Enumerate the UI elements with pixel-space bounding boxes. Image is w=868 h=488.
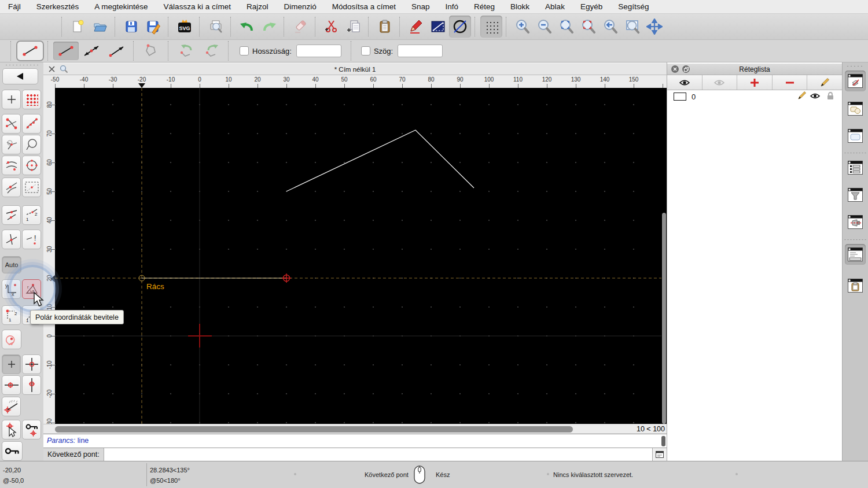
undo-segment-tool[interactable] <box>174 42 199 60</box>
zoom-back-button[interactable] <box>599 16 621 38</box>
menu-item[interactable]: Blokk <box>510 2 529 11</box>
restrict-horizontal-button[interactable] <box>2 375 21 395</box>
edit-layer-button[interactable] <box>807 75 842 90</box>
set-relative-zero-button[interactable] <box>2 420 21 439</box>
paste-button[interactable] <box>374 16 396 38</box>
polyline-tool[interactable] <box>139 42 164 60</box>
show-all-layers-button[interactable] <box>667 75 703 90</box>
grid-toggle-button[interactable] <box>480 16 502 38</box>
angle-checkbox[interactable] <box>361 46 370 56</box>
add-layer-button[interactable] <box>737 75 773 90</box>
vertical-scrollbar-thumb[interactable] <box>662 213 666 424</box>
snap-endpoint-button[interactable] <box>2 114 21 134</box>
zoom-previous-button[interactable] <box>578 16 599 38</box>
dock-command-widget-button[interactable] <box>845 244 866 265</box>
snap-tangent-button[interactable] <box>2 178 21 197</box>
line-two-arrows-tool[interactable] <box>79 42 104 60</box>
menu-item[interactable]: Réteg <box>474 2 495 11</box>
layer-visibility-checkbox[interactable] <box>674 93 686 101</box>
menu-item[interactable]: Ablak <box>545 2 565 11</box>
snap-free-button[interactable] <box>2 90 21 109</box>
dock-entity-filter-button[interactable] <box>845 184 866 205</box>
menu-item[interactable]: Válassza ki a címet <box>164 2 231 11</box>
snap-auto-button[interactable]: Auto <box>2 256 21 273</box>
command-history-scrollbar[interactable] <box>661 436 665 446</box>
vertical-scrollbar[interactable] <box>661 88 667 424</box>
svg-export-button[interactable]: SVG <box>174 16 196 38</box>
menu-item[interactable]: Dimenzió <box>284 2 316 11</box>
cad-canvas[interactable]: Rács <box>55 88 661 424</box>
lock-button[interactable] <box>2 441 23 461</box>
command-input[interactable] <box>104 448 652 461</box>
redo-segment-tool[interactable] <box>199 42 225 60</box>
dock-entity-list-button[interactable] <box>845 157 866 178</box>
draft-mode-button[interactable] <box>449 16 471 38</box>
restrict-nothing-button[interactable]: ! <box>22 230 41 249</box>
menu-item[interactable]: Módosítsa a címet <box>332 2 396 11</box>
dock-pen-palette-button[interactable] <box>845 212 866 232</box>
cut-button[interactable] <box>321 16 343 38</box>
dock-clipboard-button[interactable] <box>845 275 866 296</box>
restrict-vertical-button[interactable] <box>22 375 41 395</box>
remove-layer-button[interactable] <box>773 75 808 90</box>
hide-all-layers-button[interactable] <box>703 75 738 90</box>
menu-item[interactable]: A megtekintése <box>94 2 148 11</box>
print-preview-button[interactable] <box>205 16 227 38</box>
layer-eye-icon[interactable] <box>810 93 820 101</box>
snap-angle-12-button[interactable]: 12 <box>22 205 41 225</box>
horizontal-scrollbar[interactable]: 10 < 100 <box>43 424 667 434</box>
layer-edit-icon[interactable] <box>797 91 806 102</box>
line-one-arrow-tool[interactable] <box>104 42 130 60</box>
zoom-in-button[interactable] <box>512 16 534 38</box>
layer-row[interactable]: 0 <box>667 90 842 103</box>
delete-entity-button[interactable] <box>289 16 311 38</box>
cartesian-coords-button[interactable]: yx <box>2 279 21 299</box>
menu-item[interactable]: Snap <box>411 2 430 11</box>
select-loop-button[interactable] <box>2 330 21 349</box>
menu-item[interactable]: Infó <box>446 2 459 11</box>
snap-grid-button[interactable] <box>22 90 41 109</box>
snap-center-button[interactable] <box>2 135 21 154</box>
length-checkbox[interactable] <box>240 46 249 56</box>
menu-item[interactable]: Szerkesztés <box>36 2 79 11</box>
length-input[interactable] <box>296 45 341 57</box>
ortho-angle-button[interactable] <box>427 16 449 38</box>
menu-item[interactable]: Segítség <box>618 2 649 11</box>
undo-button[interactable] <box>236 16 258 38</box>
layer-lock-icon[interactable] <box>827 92 834 102</box>
dock-library-browser-button[interactable] <box>845 125 866 146</box>
draw-pen-button[interactable] <box>405 16 427 38</box>
lock-relative-zero-button[interactable] <box>22 420 41 439</box>
snap-angle-button[interactable] <box>2 205 21 225</box>
line-segment-tool[interactable] <box>53 42 79 60</box>
drawn-polyline[interactable] <box>286 130 474 191</box>
zoom-window-button[interactable] <box>621 16 643 38</box>
menu-item[interactable]: Rajzol <box>247 2 269 11</box>
menu-item[interactable]: Fájl <box>8 2 21 11</box>
zoom-auto-button[interactable] <box>556 16 578 38</box>
dock-block-list-button[interactable] <box>845 98 866 119</box>
command-keyboard-button[interactable] <box>652 448 667 461</box>
dock-layer-list-button[interactable] <box>845 71 866 91</box>
snap-on-entity-button[interactable] <box>22 114 41 134</box>
restrict-crosshair-button[interactable] <box>22 354 41 374</box>
copy-button[interactable] <box>343 16 365 38</box>
redo-button[interactable] <box>258 16 280 38</box>
save-button[interactable] <box>120 16 142 38</box>
new-file-button[interactable] <box>67 16 89 38</box>
menu-item[interactable]: Egyéb <box>580 2 602 11</box>
zoom-pan-button[interactable] <box>643 16 665 38</box>
open-file-button[interactable] <box>89 16 111 38</box>
zoom-out-button[interactable] <box>534 16 556 38</box>
snap-intersection-button[interactable] <box>22 156 41 175</box>
angle-input[interactable] <box>398 45 443 57</box>
relative-point-1-button[interactable]: 12 <box>2 305 21 325</box>
restrict-orthogonal-button[interactable] <box>2 230 21 249</box>
horizontal-scrollbar-thumb[interactable] <box>55 426 573 432</box>
snap-angle-protractor-button[interactable] <box>2 397 21 416</box>
current-tool-line[interactable] <box>16 40 44 61</box>
snap-nothing-button[interactable] <box>2 354 21 374</box>
restrict-range-button[interactable] <box>22 178 41 197</box>
snap-middle-button[interactable] <box>22 135 41 154</box>
save-as-button[interactable] <box>142 16 164 38</box>
